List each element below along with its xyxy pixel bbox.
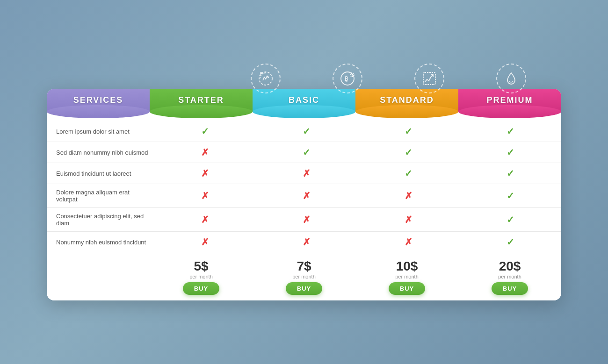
check-icon: ✓ [405, 147, 413, 158]
table-row: Consectetuer adipiscing elit, sed diam✗✗… [47, 208, 561, 232]
standard-check-cell: ✗ [358, 232, 460, 252]
basic-icon-wrapper: ₿ $ [306, 64, 388, 93]
starter-price: 5$ [194, 260, 208, 273]
premium-price: 20$ [499, 260, 521, 273]
pricing-cell-empty [47, 258, 150, 262]
pricing-cell-premium: 20$ per month BUY [458, 258, 561, 297]
premium-check-cell: ✓ [459, 163, 561, 184]
premium-period: per month [498, 274, 521, 279]
premium-check-cell: ✓ [459, 186, 561, 206]
check-icon: ✓ [405, 168, 413, 179]
premium-buy-button[interactable]: BUY [492, 282, 528, 295]
starter-period: per month [189, 274, 213, 279]
check-icon: ✓ [507, 190, 514, 201]
check-icon: ✓ [303, 147, 311, 158]
cross-icon: ✗ [303, 168, 311, 179]
pricing-table-wrapper: ₿ $ [47, 64, 561, 300]
premium-icon [496, 64, 526, 93]
starter-check-cell: ✗ [154, 163, 256, 184]
standard-check-cell: ✓ [358, 121, 460, 142]
cross-icon: ✗ [201, 214, 209, 225]
standard-period: per month [395, 274, 419, 279]
service-cell: Nonummy nibh euismod tincidunt [47, 232, 154, 252]
check-icon: ✓ [507, 236, 514, 248]
basic-check-cell: ✓ [256, 142, 358, 163]
pricing-cell-basic: 7$ per month BUY [253, 258, 355, 297]
check-icon: ✓ [507, 147, 514, 158]
standard-price: 10$ [396, 260, 418, 273]
cross-icon: ✗ [405, 214, 413, 225]
svg-text:$: $ [351, 74, 353, 77]
cross-icon: ✗ [201, 147, 209, 158]
check-icon: ✓ [405, 126, 413, 137]
basic-check-cell: ✓ [256, 121, 358, 142]
cross-icon: ✗ [303, 214, 311, 225]
cross-icon: ✗ [303, 236, 311, 248]
tab-basic-label: BASIC [289, 95, 319, 105]
basic-check-cell: ✗ [256, 186, 358, 206]
check-icon: ✓ [303, 126, 311, 137]
pricing-row: 5$ per month BUY 7$ per month BUY 10$ pe… [47, 252, 561, 300]
cross-icon: ✗ [201, 168, 209, 179]
premium-check-cell: ✓ [459, 209, 561, 230]
check-icon: ✓ [507, 168, 514, 179]
starter-check-cell: ✓ [154, 121, 256, 142]
starter-check-cell: ✗ [154, 232, 256, 252]
standard-icon-wrapper [388, 64, 470, 93]
check-icon: ✓ [507, 214, 514, 225]
basic-price: 7$ [297, 260, 311, 273]
basic-check-cell: ✗ [256, 209, 358, 230]
cross-icon: ✗ [201, 236, 209, 248]
table-row: Sed diam nonummy nibh euismod✗✓✓✓ [47, 142, 561, 163]
cross-icon: ✗ [201, 190, 209, 201]
cross-icon: ✗ [405, 190, 413, 201]
standard-check-cell: ✗ [358, 186, 460, 206]
pricing-cell-starter: 5$ per month BUY [150, 258, 253, 297]
table-row: Nonummy nibh euismod tincidunt✗✗✗✓ [47, 232, 561, 252]
svg-rect-5 [423, 72, 435, 85]
tab-starter-label: STARTER [178, 95, 224, 105]
service-rows: Lorem ipsum dolor sit amet✓✓✓✓Sed diam n… [47, 121, 561, 252]
cross-icon: ✗ [405, 236, 413, 248]
service-cell: Euismod tincidunt ut laoreet [47, 163, 154, 184]
premium-icon-wrapper [470, 64, 552, 93]
basic-check-cell: ✗ [256, 163, 358, 184]
tab-services-label: SERVICES [73, 95, 123, 105]
table-row: Lorem ipsum dolor sit amet✓✓✓✓ [47, 121, 561, 142]
cross-icon: ✗ [303, 190, 311, 201]
standard-icon [414, 64, 444, 93]
starter-icon-wrapper [224, 64, 306, 93]
check-icon: ✓ [507, 126, 514, 137]
service-cell: Lorem ipsum dolor sit amet [47, 121, 154, 142]
premium-check-cell: ✓ [459, 142, 561, 163]
premium-check-cell: ✓ [459, 232, 561, 252]
basic-period: per month [292, 274, 316, 279]
standard-check-cell: ✓ [358, 163, 460, 184]
standard-check-cell: ✓ [358, 142, 460, 163]
icons-row: ₿ $ [47, 64, 561, 93]
table-row: Euismod tincidunt ut laoreet✗✗✓✓ [47, 163, 561, 184]
tab-premium-label: PREMIUM [487, 95, 533, 105]
standard-buy-button[interactable]: BUY [389, 282, 425, 295]
check-icon: ✓ [201, 126, 209, 137]
starter-check-cell: ✗ [154, 186, 256, 206]
service-cell: Consectetuer adipiscing elit, sed diam [47, 208, 154, 231]
tab-standard-label: STANDARD [380, 95, 434, 105]
table-row: Dolore magna aliquam erat volutpat✗✗✗✓ [47, 184, 561, 208]
basic-check-cell: ✗ [256, 232, 358, 252]
starter-check-cell: ✗ [154, 142, 256, 163]
basic-buy-button[interactable]: BUY [286, 282, 322, 295]
table-body: Lorem ipsum dolor sit amet✓✓✓✓Sed diam n… [47, 112, 561, 300]
basic-icon: ₿ $ [333, 64, 362, 93]
starter-buy-button[interactable]: BUY [183, 282, 219, 295]
standard-check-cell: ✗ [358, 209, 460, 230]
premium-check-cell: ✓ [459, 121, 561, 142]
svg-text:₿: ₿ [345, 75, 348, 82]
pricing-table-card: SERVICES STARTER BASIC STANDARD PREMIUM … [47, 89, 561, 300]
service-cell: Dolore magna aliquam erat volutpat [47, 184, 154, 207]
service-cell: Sed diam nonummy nibh euismod [47, 142, 154, 163]
starter-check-cell: ✗ [154, 209, 256, 230]
starter-icon [251, 64, 281, 93]
pricing-cell-standard: 10$ per month BUY [355, 258, 458, 297]
